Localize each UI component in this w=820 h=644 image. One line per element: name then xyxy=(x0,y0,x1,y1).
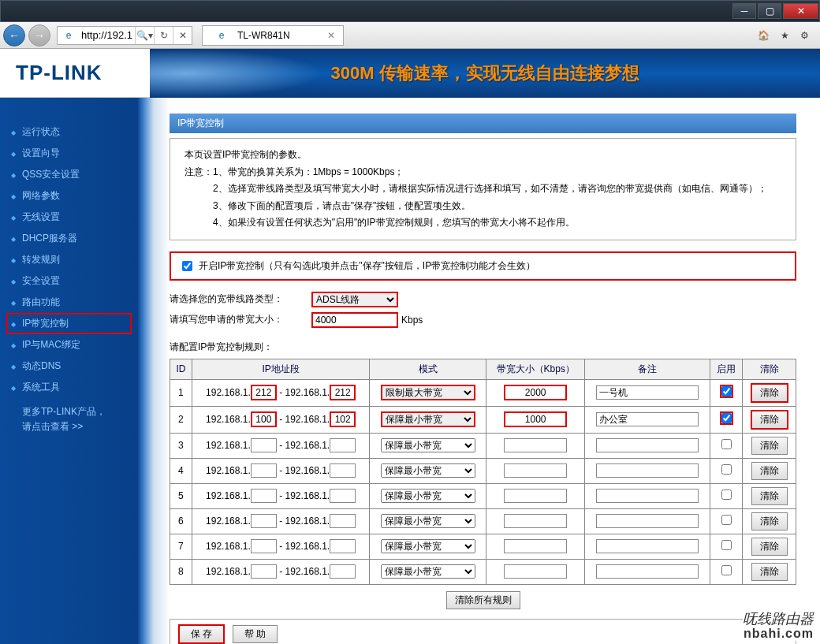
window-minimize-button[interactable]: ─ xyxy=(732,3,756,19)
mode-select[interactable]: 保障最小带宽 xyxy=(381,514,475,528)
help-button[interactable]: 帮 助 xyxy=(233,625,278,643)
enable-checkbox[interactable] xyxy=(182,261,192,271)
clear-row-button[interactable]: 清除 xyxy=(751,462,788,480)
back-button[interactable]: ← xyxy=(3,24,25,47)
bw-input[interactable] xyxy=(504,411,567,427)
remark-input[interactable] xyxy=(596,385,699,400)
mode-select[interactable]: 限制最大带宽 xyxy=(381,385,475,400)
bandwidth-row: 请填写您申请的带宽大小： Kbps xyxy=(170,312,796,328)
clear-row-button[interactable]: 清除 xyxy=(751,538,788,556)
remark-input[interactable] xyxy=(596,489,699,503)
sidebar-item-8[interactable]: 路由功能 xyxy=(0,292,138,313)
ip-start-input[interactable] xyxy=(251,411,277,427)
bw-input[interactable] xyxy=(504,564,567,579)
mode-select[interactable]: 保障最小带宽 xyxy=(381,489,475,503)
enable-row-checkbox[interactable] xyxy=(721,515,732,525)
sidebar-item-4[interactable]: 无线设置 xyxy=(0,207,138,228)
window-close-button[interactable]: ✕ xyxy=(783,3,818,19)
ip-end-input[interactable] xyxy=(330,489,356,503)
th-clear: 清除 xyxy=(743,359,796,379)
bw-input[interactable] xyxy=(504,438,567,452)
forward-button[interactable]: → xyxy=(28,24,50,47)
rule-row: 8192.168.1. - 192.168.1.保障最小带宽清除 xyxy=(170,559,796,584)
search-dropdown-icon[interactable]: 🔍▾ xyxy=(135,27,154,44)
bw-input[interactable] xyxy=(504,514,567,528)
clear-row-button[interactable]: 清除 xyxy=(751,437,788,455)
rule-row: 2192.168.1. - 192.168.1.保障最小带宽清除 xyxy=(170,406,796,433)
sidebar-item-5[interactable]: DHCP服务器 xyxy=(0,228,138,249)
ip-start-input[interactable] xyxy=(251,385,277,400)
ip-start-input[interactable] xyxy=(251,463,277,478)
sidebar-item-0[interactable]: 运行状态 xyxy=(0,121,138,143)
remark-input[interactable] xyxy=(596,564,699,579)
mode-select[interactable]: 保障最小带宽 xyxy=(381,539,475,553)
remark-input[interactable] xyxy=(596,539,699,553)
clear-row-button[interactable]: 清除 xyxy=(751,512,788,530)
ip-end-input[interactable] xyxy=(330,564,356,579)
ip-end-input[interactable] xyxy=(330,411,356,427)
clear-row-button[interactable]: 清除 xyxy=(751,563,788,581)
enable-row-checkbox[interactable] xyxy=(721,413,732,423)
clear-row-button[interactable]: 清除 xyxy=(751,410,788,430)
sidebar-item-11[interactable]: 动态DNS xyxy=(0,356,138,377)
ip-end-input[interactable] xyxy=(330,514,356,528)
enable-row-checkbox[interactable] xyxy=(721,490,732,500)
enable-row-checkbox[interactable] xyxy=(721,386,732,396)
clear-all-button[interactable]: 清除所有规则 xyxy=(446,591,520,609)
sidebar-item-10[interactable]: IP与MAC绑定 xyxy=(0,334,138,356)
sidebar-item-6[interactable]: 转发规则 xyxy=(0,249,138,270)
mode-select[interactable]: 保障最小带宽 xyxy=(381,564,475,579)
sidebar-item-3[interactable]: 网络参数 xyxy=(0,185,138,207)
tools-gear-icon[interactable]: ⚙ xyxy=(800,30,809,41)
ip-start-input[interactable] xyxy=(251,438,277,452)
tab-favicon-icon: e xyxy=(214,28,229,43)
clear-row-button[interactable]: 清除 xyxy=(751,487,788,505)
bw-input[interactable] xyxy=(504,463,567,478)
bw-input[interactable] xyxy=(504,489,567,503)
sidebar-item-12[interactable]: 系统工具 xyxy=(0,377,138,398)
ip-start-input[interactable] xyxy=(251,539,277,553)
sidebar-more-link[interactable]: 更多TP-LINK产品，请点击查看 >> xyxy=(0,398,138,438)
enable-row-checkbox[interactable] xyxy=(721,540,732,550)
ip-end-input[interactable] xyxy=(330,463,356,478)
enable-row-checkbox[interactable] xyxy=(721,565,732,575)
remark-input[interactable] xyxy=(596,463,699,478)
remark-input[interactable] xyxy=(596,438,699,452)
rule-ip-cell: 192.168.1. - 192.168.1. xyxy=(192,508,370,534)
sidebar-item-2[interactable]: QSS安全设置 xyxy=(0,164,138,185)
mode-select[interactable]: 保障最小带宽 xyxy=(381,411,475,427)
th-mode: 模式 xyxy=(370,359,486,379)
sidebar-item-1[interactable]: 设置向导 xyxy=(0,143,138,164)
bandwidth-input[interactable] xyxy=(311,312,398,328)
remark-input[interactable] xyxy=(596,514,699,528)
window-maximize-button[interactable]: ▢ xyxy=(758,3,781,19)
clear-row-button[interactable]: 清除 xyxy=(751,383,788,403)
line-type-select[interactable]: ADSL线路 xyxy=(311,292,398,307)
info-panel: 本页设置IP带宽控制的参数。 注意：1、带宽的换算关系为：1Mbps = 100… xyxy=(170,138,796,240)
ip-start-input[interactable] xyxy=(251,564,277,579)
mode-select[interactable]: 保障最小带宽 xyxy=(381,463,475,478)
enable-row-checkbox[interactable] xyxy=(721,439,732,449)
browser-tab[interactable]: e TL-WR841N ✕ xyxy=(202,25,344,46)
address-input[interactable] xyxy=(80,29,135,41)
save-button[interactable]: 保 存 xyxy=(178,624,225,644)
ip-start-input[interactable] xyxy=(251,489,277,503)
ip-end-input[interactable] xyxy=(330,385,356,400)
rule-id: 8 xyxy=(170,559,192,584)
ip-end-input[interactable] xyxy=(330,539,356,553)
home-icon[interactable]: 🏠 xyxy=(758,30,770,41)
ip-start-input[interactable] xyxy=(251,514,277,528)
enable-row-checkbox[interactable] xyxy=(721,464,732,475)
mode-select[interactable]: 保障最小带宽 xyxy=(381,438,475,452)
tab-close-icon[interactable]: ✕ xyxy=(327,30,335,41)
rule-ip-cell: 192.168.1. - 192.168.1. xyxy=(192,406,370,433)
sidebar-item-9[interactable]: IP带宽控制 xyxy=(6,313,132,334)
favorites-icon[interactable]: ★ xyxy=(781,30,789,41)
sidebar-item-7[interactable]: 安全设置 xyxy=(0,270,138,292)
bw-input[interactable] xyxy=(504,539,567,553)
ip-end-input[interactable] xyxy=(330,438,356,452)
remark-input[interactable] xyxy=(596,412,699,426)
stop-button[interactable]: ✕ xyxy=(173,27,192,44)
bw-input[interactable] xyxy=(504,385,567,400)
refresh-button[interactable]: ↻ xyxy=(154,27,173,44)
